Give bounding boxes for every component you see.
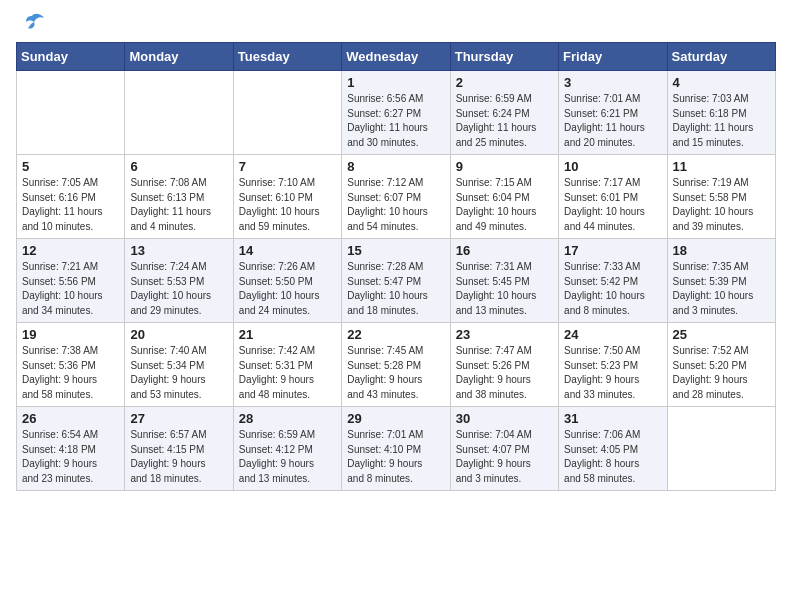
logo-bird-icon [18,12,46,34]
day-info: Sunrise: 7:01 AM Sunset: 4:10 PM Dayligh… [347,428,444,486]
day-info: Sunrise: 7:24 AM Sunset: 5:53 PM Dayligh… [130,260,227,318]
day-info: Sunrise: 7:52 AM Sunset: 5:20 PM Dayligh… [673,344,770,402]
day-number: 22 [347,327,444,342]
day-info: Sunrise: 7:31 AM Sunset: 5:45 PM Dayligh… [456,260,553,318]
day-number: 30 [456,411,553,426]
logo [16,16,46,34]
calendar-cell: 4Sunrise: 7:03 AM Sunset: 6:18 PM Daylig… [667,71,775,155]
day-number: 14 [239,243,336,258]
day-number: 8 [347,159,444,174]
weekday-header: Friday [559,43,667,71]
day-number: 3 [564,75,661,90]
day-info: Sunrise: 7:35 AM Sunset: 5:39 PM Dayligh… [673,260,770,318]
day-number: 7 [239,159,336,174]
calendar-cell: 31Sunrise: 7:06 AM Sunset: 4:05 PM Dayli… [559,407,667,491]
day-number: 6 [130,159,227,174]
calendar-week-row: 5Sunrise: 7:05 AM Sunset: 6:16 PM Daylig… [17,155,776,239]
calendar-body: 1Sunrise: 6:56 AM Sunset: 6:27 PM Daylig… [17,71,776,491]
day-number: 20 [130,327,227,342]
calendar-header: SundayMondayTuesdayWednesdayThursdayFrid… [17,43,776,71]
calendar-cell: 14Sunrise: 7:26 AM Sunset: 5:50 PM Dayli… [233,239,341,323]
calendar-cell: 13Sunrise: 7:24 AM Sunset: 5:53 PM Dayli… [125,239,233,323]
day-info: Sunrise: 7:45 AM Sunset: 5:28 PM Dayligh… [347,344,444,402]
day-info: Sunrise: 7:50 AM Sunset: 5:23 PM Dayligh… [564,344,661,402]
day-info: Sunrise: 7:19 AM Sunset: 5:58 PM Dayligh… [673,176,770,234]
day-number: 25 [673,327,770,342]
day-info: Sunrise: 7:08 AM Sunset: 6:13 PM Dayligh… [130,176,227,234]
calendar-cell: 19Sunrise: 7:38 AM Sunset: 5:36 PM Dayli… [17,323,125,407]
calendar-cell: 21Sunrise: 7:42 AM Sunset: 5:31 PM Dayli… [233,323,341,407]
day-info: Sunrise: 7:28 AM Sunset: 5:47 PM Dayligh… [347,260,444,318]
calendar-cell: 24Sunrise: 7:50 AM Sunset: 5:23 PM Dayli… [559,323,667,407]
calendar-cell: 3Sunrise: 7:01 AM Sunset: 6:21 PM Daylig… [559,71,667,155]
day-info: Sunrise: 7:33 AM Sunset: 5:42 PM Dayligh… [564,260,661,318]
day-info: Sunrise: 7:05 AM Sunset: 6:16 PM Dayligh… [22,176,119,234]
day-number: 5 [22,159,119,174]
calendar-cell: 18Sunrise: 7:35 AM Sunset: 5:39 PM Dayli… [667,239,775,323]
calendar-cell: 27Sunrise: 6:57 AM Sunset: 4:15 PM Dayli… [125,407,233,491]
day-info: Sunrise: 6:57 AM Sunset: 4:15 PM Dayligh… [130,428,227,486]
calendar-week-row: 12Sunrise: 7:21 AM Sunset: 5:56 PM Dayli… [17,239,776,323]
calendar-cell: 15Sunrise: 7:28 AM Sunset: 5:47 PM Dayli… [342,239,450,323]
day-number: 16 [456,243,553,258]
calendar-cell: 11Sunrise: 7:19 AM Sunset: 5:58 PM Dayli… [667,155,775,239]
day-info: Sunrise: 6:59 AM Sunset: 6:24 PM Dayligh… [456,92,553,150]
calendar-cell: 9Sunrise: 7:15 AM Sunset: 6:04 PM Daylig… [450,155,558,239]
day-number: 23 [456,327,553,342]
day-info: Sunrise: 7:15 AM Sunset: 6:04 PM Dayligh… [456,176,553,234]
day-number: 21 [239,327,336,342]
page-header [16,16,776,34]
day-number: 18 [673,243,770,258]
day-info: Sunrise: 6:59 AM Sunset: 4:12 PM Dayligh… [239,428,336,486]
calendar-cell: 8Sunrise: 7:12 AM Sunset: 6:07 PM Daylig… [342,155,450,239]
weekday-header: Wednesday [342,43,450,71]
calendar-cell: 1Sunrise: 6:56 AM Sunset: 6:27 PM Daylig… [342,71,450,155]
day-number: 10 [564,159,661,174]
calendar-week-row: 26Sunrise: 6:54 AM Sunset: 4:18 PM Dayli… [17,407,776,491]
weekday-header: Thursday [450,43,558,71]
calendar-cell: 23Sunrise: 7:47 AM Sunset: 5:26 PM Dayli… [450,323,558,407]
day-info: Sunrise: 7:17 AM Sunset: 6:01 PM Dayligh… [564,176,661,234]
calendar-cell: 12Sunrise: 7:21 AM Sunset: 5:56 PM Dayli… [17,239,125,323]
day-info: Sunrise: 7:12 AM Sunset: 6:07 PM Dayligh… [347,176,444,234]
day-info: Sunrise: 6:56 AM Sunset: 6:27 PM Dayligh… [347,92,444,150]
calendar-cell: 20Sunrise: 7:40 AM Sunset: 5:34 PM Dayli… [125,323,233,407]
calendar-cell: 22Sunrise: 7:45 AM Sunset: 5:28 PM Dayli… [342,323,450,407]
day-number: 17 [564,243,661,258]
calendar-cell [17,71,125,155]
calendar-cell: 6Sunrise: 7:08 AM Sunset: 6:13 PM Daylig… [125,155,233,239]
calendar-week-row: 1Sunrise: 6:56 AM Sunset: 6:27 PM Daylig… [17,71,776,155]
day-number: 1 [347,75,444,90]
calendar-cell: 29Sunrise: 7:01 AM Sunset: 4:10 PM Dayli… [342,407,450,491]
calendar-cell: 5Sunrise: 7:05 AM Sunset: 6:16 PM Daylig… [17,155,125,239]
day-info: Sunrise: 7:04 AM Sunset: 4:07 PM Dayligh… [456,428,553,486]
day-info: Sunrise: 7:42 AM Sunset: 5:31 PM Dayligh… [239,344,336,402]
day-number: 19 [22,327,119,342]
weekday-header: Tuesday [233,43,341,71]
day-number: 24 [564,327,661,342]
weekday-header: Sunday [17,43,125,71]
calendar-table: SundayMondayTuesdayWednesdayThursdayFrid… [16,42,776,491]
day-number: 2 [456,75,553,90]
day-number: 12 [22,243,119,258]
calendar-cell: 17Sunrise: 7:33 AM Sunset: 5:42 PM Dayli… [559,239,667,323]
calendar-week-row: 19Sunrise: 7:38 AM Sunset: 5:36 PM Dayli… [17,323,776,407]
calendar-cell [667,407,775,491]
weekday-row: SundayMondayTuesdayWednesdayThursdayFrid… [17,43,776,71]
day-info: Sunrise: 7:38 AM Sunset: 5:36 PM Dayligh… [22,344,119,402]
calendar-cell: 10Sunrise: 7:17 AM Sunset: 6:01 PM Dayli… [559,155,667,239]
day-number: 4 [673,75,770,90]
calendar-cell: 16Sunrise: 7:31 AM Sunset: 5:45 PM Dayli… [450,239,558,323]
calendar-cell: 2Sunrise: 6:59 AM Sunset: 6:24 PM Daylig… [450,71,558,155]
day-number: 28 [239,411,336,426]
day-info: Sunrise: 7:10 AM Sunset: 6:10 PM Dayligh… [239,176,336,234]
day-info: Sunrise: 7:26 AM Sunset: 5:50 PM Dayligh… [239,260,336,318]
calendar-cell: 28Sunrise: 6:59 AM Sunset: 4:12 PM Dayli… [233,407,341,491]
day-info: Sunrise: 7:47 AM Sunset: 5:26 PM Dayligh… [456,344,553,402]
day-number: 27 [130,411,227,426]
calendar-cell: 7Sunrise: 7:10 AM Sunset: 6:10 PM Daylig… [233,155,341,239]
calendar-cell: 26Sunrise: 6:54 AM Sunset: 4:18 PM Dayli… [17,407,125,491]
day-info: Sunrise: 6:54 AM Sunset: 4:18 PM Dayligh… [22,428,119,486]
day-number: 9 [456,159,553,174]
calendar-cell [125,71,233,155]
